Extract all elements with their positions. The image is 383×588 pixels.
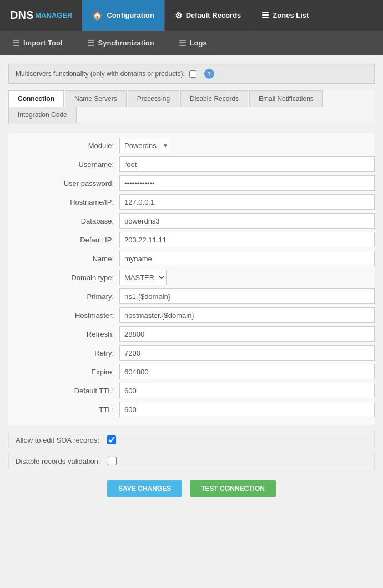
- multiserver-bar: Multiservers functionality (only with do…: [8, 64, 375, 84]
- tab-disable-records[interactable]: Disable Records: [180, 90, 248, 107]
- nav-item-default-records[interactable]: ⚙ Default Records: [165, 0, 252, 31]
- form-row-defaultip: Default IP:: [8, 232, 375, 247]
- field-refresh: [119, 326, 375, 342]
- module-select-wrapper: Powerdns ▼: [119, 138, 170, 153]
- password-input[interactable]: [119, 175, 375, 191]
- nav-label-import-tool: Import Tool: [23, 39, 63, 47]
- nav-item-zones-list[interactable]: ☰ Zones List: [251, 0, 319, 31]
- top-nav-items: 🏠 Configuration ⚙ Default Records ☰ Zone…: [82, 0, 319, 31]
- module-select[interactable]: Powerdns: [119, 138, 170, 153]
- nav-item-import-tool[interactable]: ☰ Import Tool: [0, 31, 75, 55]
- logo-manager: MANAGER: [35, 11, 72, 19]
- top-navbar: DNS MANAGER 🏠 Configuration ⚙ Default Re…: [0, 0, 383, 31]
- label-database: Database:: [8, 217, 119, 225]
- form-row-username: Username:: [8, 156, 375, 172]
- nav-item-configuration[interactable]: 🏠 Configuration: [82, 0, 164, 31]
- nav-label-synchronization: Synchronization: [98, 39, 154, 47]
- form-row-domaintype: Domain type: MASTER SLAVE NATIVE: [8, 270, 375, 285]
- logo: DNS MANAGER: [0, 0, 82, 31]
- label-defaultttl: Default TTL:: [8, 387, 119, 395]
- field-defaultttl: [119, 383, 375, 398]
- tab-integration-code[interactable]: Integration Code: [8, 107, 77, 123]
- label-module: Module:: [8, 141, 119, 150]
- expire-input[interactable]: [119, 364, 375, 379]
- form-row-refresh: Refresh:: [8, 326, 375, 342]
- label-ttl: TTL:: [8, 405, 119, 414]
- refresh-input[interactable]: [119, 326, 375, 342]
- form-row-retry: Retry:: [8, 345, 375, 361]
- defaultttl-input[interactable]: [119, 383, 375, 398]
- multiserver-checkbox[interactable]: [189, 70, 196, 78]
- sliders-icon: ⚙: [175, 11, 182, 21]
- label-name: Name:: [8, 255, 119, 263]
- tab-connection[interactable]: Connection: [8, 90, 64, 107]
- second-navbar: ☰ Import Tool ☰ Synchronization ☰ Logs: [0, 31, 383, 55]
- label-defaultip: Default IP:: [8, 236, 119, 244]
- tab-bar: Connection Name Servers Processing Disab…: [8, 90, 375, 123]
- label-hostmaster: Hostmaster:: [8, 311, 119, 320]
- label-retry: Retry:: [8, 349, 119, 357]
- multiserver-label: Multiservers functionality (only with do…: [16, 70, 185, 78]
- allow-soa-label: Allow to edit SOA records:: [16, 436, 99, 444]
- field-primary: [119, 288, 375, 304]
- retry-input[interactable]: [119, 345, 375, 361]
- field-module: Powerdns ▼: [119, 138, 375, 153]
- tab-email-notifications[interactable]: Email Notifications: [249, 90, 323, 107]
- form-row-hostname: Hostname/IP:: [8, 194, 375, 210]
- disable-validation-label: Disable records validation:: [16, 457, 100, 465]
- field-name: [119, 251, 375, 266]
- save-changes-button[interactable]: SAVE CHANGES: [107, 480, 182, 497]
- form-row-primary: Primary:: [8, 288, 375, 304]
- form-row-expire: Expire:: [8, 364, 375, 379]
- field-password: [119, 175, 375, 191]
- checkbox-row-disable-validation: Disable records validation:: [8, 453, 375, 469]
- domain-type-wrapper: MASTER SLAVE NATIVE: [119, 270, 375, 285]
- database-input[interactable]: [119, 213, 375, 229]
- nav-label-default-records: Default Records: [186, 11, 241, 19]
- checkbox-row-allow-soa: Allow to edit SOA records:: [8, 432, 375, 448]
- test-connection-button[interactable]: TEST CONNECTION: [190, 480, 276, 497]
- sync-icon: ☰: [87, 38, 94, 48]
- help-icon[interactable]: ?: [204, 69, 214, 79]
- button-row: SAVE CHANGES TEST CONNECTION: [8, 480, 375, 506]
- field-hostname: [119, 194, 375, 210]
- hostmaster-input[interactable]: [119, 307, 375, 323]
- defaultip-input[interactable]: [119, 232, 375, 247]
- name-input[interactable]: [119, 251, 375, 266]
- nav-item-synchronization[interactable]: ☰ Synchronization: [75, 31, 167, 55]
- label-refresh: Refresh:: [8, 330, 119, 338]
- list-icon: ☰: [261, 11, 269, 21]
- domain-type-select[interactable]: MASTER SLAVE NATIVE: [119, 270, 167, 285]
- content-area: Multiservers functionality (only with do…: [0, 55, 383, 588]
- form-row-defaultttl: Default TTL:: [8, 383, 375, 398]
- label-hostname: Hostname/IP:: [8, 198, 119, 206]
- allow-soa-checkbox[interactable]: [107, 435, 116, 444]
- field-ttl: [119, 402, 375, 417]
- field-username: [119, 156, 375, 172]
- tab-processing[interactable]: Processing: [128, 90, 179, 107]
- form-row-name: Name:: [8, 251, 375, 266]
- logo-dns: DNS: [10, 9, 33, 22]
- field-hostmaster: [119, 307, 375, 323]
- label-domaintype: Domain type:: [8, 273, 119, 282]
- tab-name-servers[interactable]: Name Servers: [65, 90, 127, 107]
- form-row-database: Database:: [8, 213, 375, 229]
- hostname-input[interactable]: [119, 194, 375, 210]
- logs-icon: ☰: [179, 38, 186, 48]
- primary-input[interactable]: [119, 288, 375, 304]
- form-row-password: User password:: [8, 175, 375, 191]
- field-expire: [119, 364, 375, 379]
- nav-label-zones-list: Zones List: [273, 11, 309, 19]
- ttl-input[interactable]: [119, 402, 375, 417]
- username-input[interactable]: [119, 156, 375, 172]
- form-section: Module: Powerdns ▼ Username: User passwo…: [8, 133, 375, 425]
- field-retry: [119, 345, 375, 361]
- home-icon: 🏠: [92, 11, 103, 21]
- nav-item-logs[interactable]: ☰ Logs: [167, 31, 219, 55]
- disable-validation-checkbox[interactable]: [108, 457, 117, 465]
- import-icon: ☰: [12, 38, 19, 48]
- label-expire: Expire:: [8, 368, 119, 376]
- field-domaintype: MASTER SLAVE NATIVE: [119, 270, 375, 285]
- field-database: [119, 213, 375, 229]
- form-row-ttl: TTL:: [8, 402, 375, 417]
